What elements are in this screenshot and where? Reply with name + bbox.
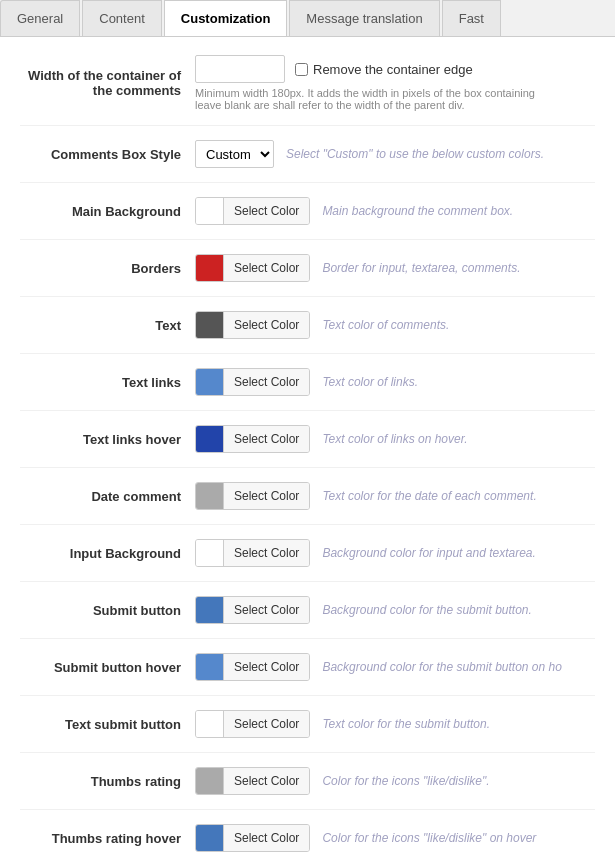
color-swatch <box>196 653 224 681</box>
color-swatch <box>196 197 224 225</box>
tab-message-translation[interactable]: Message translation <box>289 0 439 36</box>
color-btn-group: Select Color <box>195 425 310 453</box>
color-btn-group: Select Color <box>195 824 310 852</box>
width-controls: Remove the container edge Minimum width … <box>195 55 595 111</box>
width-label: Width of the container of the comments <box>20 68 195 98</box>
color-row-controls: Select Color Text color of comments. <box>195 311 595 339</box>
select-color-button[interactable]: Select Color <box>224 653 309 681</box>
color-row-controls: Select Color Text color for the submit b… <box>195 710 595 738</box>
color-row: Date comment Select Color Text color for… <box>20 482 595 525</box>
color-btn-group: Select Color <box>195 254 310 282</box>
color-swatch <box>196 425 224 453</box>
select-color-button[interactable]: Select Color <box>224 311 309 339</box>
color-swatch <box>196 254 224 282</box>
width-row: Width of the container of the comments R… <box>20 55 595 126</box>
remove-edge-checkbox[interactable] <box>295 63 308 76</box>
color-row-label: Borders <box>20 261 195 276</box>
color-rows-container: Main Background Select Color Main backgr… <box>20 197 595 859</box>
width-input[interactable] <box>195 55 285 83</box>
color-hint: Text color of comments. <box>322 318 449 332</box>
color-row-label: Input Background <box>20 546 195 561</box>
color-hint: Color for the icons "like/dislike". <box>322 774 489 788</box>
color-row-label: Main Background <box>20 204 195 219</box>
color-row-label: Submit button <box>20 603 195 618</box>
color-btn-group: Select Color <box>195 482 310 510</box>
color-row: Main Background Select Color Main backgr… <box>20 197 595 240</box>
box-style-row: Comments Box Style Custom Select "Custom… <box>20 140 595 183</box>
color-row-label: Thumbs rating hover <box>20 831 195 846</box>
color-swatch <box>196 311 224 339</box>
color-btn-group: Select Color <box>195 767 310 795</box>
select-color-button[interactable]: Select Color <box>224 197 309 225</box>
color-row-controls: Select Color Color for the icons "like/d… <box>195 824 595 852</box>
box-style-label: Comments Box Style <box>20 147 195 162</box>
select-color-button[interactable]: Select Color <box>224 596 309 624</box>
select-color-button[interactable]: Select Color <box>224 254 309 282</box>
select-color-button[interactable]: Select Color <box>224 482 309 510</box>
color-row-controls: Select Color Text color of links on hove… <box>195 425 595 453</box>
color-hint: Main background the comment box. <box>322 204 513 218</box>
color-hint: Background color for the submit button o… <box>322 660 561 674</box>
color-row-label: Thumbs rating <box>20 774 195 789</box>
color-row-controls: Select Color Color for the icons "like/d… <box>195 767 595 795</box>
remove-edge-label: Remove the container edge <box>295 62 473 77</box>
tab-customization[interactable]: Customization <box>164 0 288 36</box>
select-color-button[interactable]: Select Color <box>224 767 309 795</box>
select-color-button[interactable]: Select Color <box>224 824 309 852</box>
color-btn-group: Select Color <box>195 368 310 396</box>
color-hint: Text color for the submit button. <box>322 717 490 731</box>
select-color-button[interactable]: Select Color <box>224 425 309 453</box>
main-content: Width of the container of the comments R… <box>0 37 615 859</box>
color-row: Text links Select Color Text color of li… <box>20 368 595 411</box>
color-row-controls: Select Color Background color for the su… <box>195 653 595 681</box>
color-row: Text links hover Select Color Text color… <box>20 425 595 468</box>
color-hint: Background color for the submit button. <box>322 603 531 617</box>
color-row-controls: Select Color Background color for the su… <box>195 596 595 624</box>
box-style-select[interactable]: Custom <box>195 140 274 168</box>
tab-content[interactable]: Content <box>82 0 162 36</box>
width-hint: Minimum width 180px. It adds the width i… <box>195 87 535 111</box>
color-row-label: Text links <box>20 375 195 390</box>
select-color-button[interactable]: Select Color <box>224 710 309 738</box>
color-row-controls: Select Color Text color of links. <box>195 368 595 396</box>
color-row-label: Date comment <box>20 489 195 504</box>
color-swatch <box>196 368 224 396</box>
color-btn-group: Select Color <box>195 596 310 624</box>
color-swatch <box>196 482 224 510</box>
color-row: Thumbs rating Select Color Color for the… <box>20 767 595 810</box>
select-color-button[interactable]: Select Color <box>224 368 309 396</box>
color-btn-group: Select Color <box>195 539 310 567</box>
color-hint: Text color for the date of each comment. <box>322 489 536 503</box>
color-row: Borders Select Color Border for input, t… <box>20 254 595 297</box>
tab-bar: General Content Customization Message tr… <box>0 0 615 37</box>
color-row-controls: Select Color Main background the comment… <box>195 197 595 225</box>
color-btn-group: Select Color <box>195 311 310 339</box>
color-btn-group: Select Color <box>195 197 310 225</box>
box-style-controls: Custom Select "Custom" to use the below … <box>195 140 595 168</box>
color-hint: Border for input, textarea, comments. <box>322 261 520 275</box>
color-hint: Background color for input and textarea. <box>322 546 535 560</box>
box-style-hint: Select "Custom" to use the below custom … <box>286 147 544 161</box>
color-row-controls: Select Color Text color for the date of … <box>195 482 595 510</box>
tab-fast[interactable]: Fast <box>442 0 501 36</box>
select-color-button[interactable]: Select Color <box>224 539 309 567</box>
color-row-label: Text submit button <box>20 717 195 732</box>
color-swatch <box>196 596 224 624</box>
color-row: Input Background Select Color Background… <box>20 539 595 582</box>
color-swatch <box>196 710 224 738</box>
color-row: Submit button hover Select Color Backgro… <box>20 653 595 696</box>
color-row: Submit button Select Color Background co… <box>20 596 595 639</box>
color-row: Thumbs rating hover Select Color Color f… <box>20 824 595 859</box>
color-btn-group: Select Color <box>195 653 310 681</box>
color-swatch <box>196 824 224 852</box>
color-row: Text Select Color Text color of comments… <box>20 311 595 354</box>
color-hint: Color for the icons "like/dislike" on ho… <box>322 831 536 845</box>
color-hint: Text color of links. <box>322 375 418 389</box>
color-row-controls: Select Color Background color for input … <box>195 539 595 567</box>
tab-general[interactable]: General <box>0 0 80 36</box>
color-btn-group: Select Color <box>195 710 310 738</box>
color-swatch <box>196 767 224 795</box>
color-hint: Text color of links on hover. <box>322 432 467 446</box>
color-row-label: Text <box>20 318 195 333</box>
color-row-label: Submit button hover <box>20 660 195 675</box>
